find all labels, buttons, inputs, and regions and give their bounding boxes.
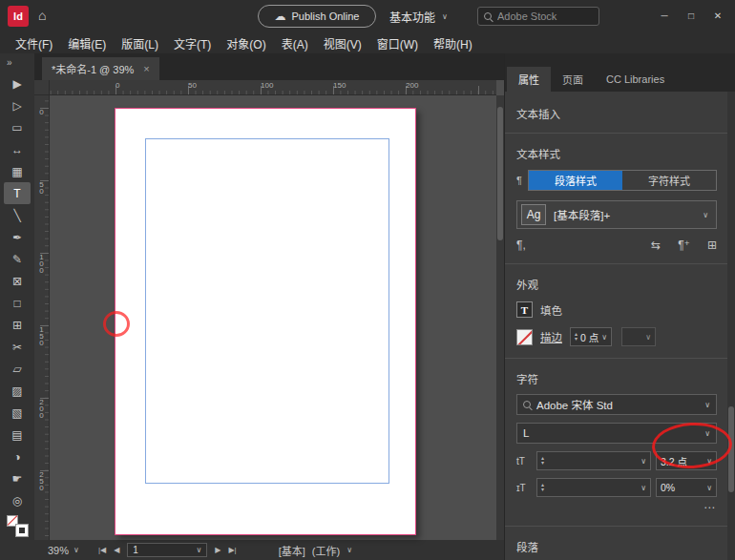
canvas[interactable]: 0 50 100 150 200 0 50 100 150 200 250 [34, 80, 504, 540]
rectangle-tool[interactable]: □ [4, 292, 31, 314]
last-page-button[interactable]: ▶| [228, 546, 236, 554]
appearance-title: 外观 [516, 277, 717, 292]
toolbar-collapse-icon[interactable]: » [0, 53, 12, 73]
hand-tool[interactable]: ☛ [4, 467, 31, 489]
tab-pages[interactable]: 页面 [551, 67, 595, 92]
direct-selection-tool[interactable]: ▷ [4, 94, 31, 116]
style-options-icon[interactable]: ⊞ [707, 239, 717, 252]
selection-tool[interactable]: ▶ [4, 73, 31, 94]
menu-window[interactable]: 窗口(W) [369, 35, 426, 52]
stroke-type-dropdown[interactable]: ∨ [621, 327, 656, 346]
document-tab-title: *未命名-1 @ 39% [52, 61, 134, 76]
menu-edit[interactable]: 编辑(E) [60, 35, 114, 52]
leading-dropdown[interactable]: 3.2 点 ∨ [656, 451, 717, 470]
gradient-swatch-tool[interactable]: ▨ [4, 380, 31, 402]
tab-character-styles[interactable]: 字符样式 [622, 171, 716, 190]
menu-view[interactable]: 视图(V) [316, 35, 369, 52]
rectangle-frame-tool[interactable]: ⊠ [4, 270, 31, 292]
preflight-status[interactable]: [基本] (工作) ∨ [279, 543, 352, 558]
menu-type[interactable]: 文字(T) [166, 35, 219, 52]
ruler-mark: 50 [188, 81, 197, 90]
ruler-mark: 0 [116, 81, 119, 90]
first-page-button[interactable]: |◀ [98, 546, 106, 554]
pen-tool[interactable]: ✒ [4, 226, 31, 248]
scrollbar-thumb[interactable] [728, 406, 734, 492]
publish-online-button[interactable]: ☁ Publish Online [258, 5, 376, 28]
stroke-weight-stepper[interactable]: ▴ ▾ 0 点 ∨ [570, 327, 612, 346]
stepper-arrows[interactable]: ▴ ▾ [541, 483, 544, 492]
search-icon [484, 12, 492, 20]
chevron-down-icon: ∨ [706, 457, 712, 466]
menu-object[interactable]: 对象(O) [219, 35, 273, 52]
zoom-tool[interactable]: ◎ [4, 489, 31, 511]
document-tab[interactable]: *未命名-1 @ 39% × [42, 57, 159, 80]
note-tool[interactable]: ▤ [4, 424, 31, 446]
leading-value: 3.2 点 [661, 454, 704, 468]
stepper-arrows[interactable]: ▴ ▾ [575, 332, 578, 342]
gap-tool[interactable]: ↔ [4, 138, 31, 160]
paragraph-formatting-icon[interactable]: ¶, [516, 239, 526, 252]
menu-file[interactable]: 文件(F) [8, 35, 60, 52]
canvas-vertical-scrollbar[interactable] [496, 95, 504, 540]
menu-table[interactable]: 表(A) [274, 35, 316, 52]
free-transform-tool[interactable]: ▱ [4, 358, 31, 380]
stroke-weight-value: 0 点 [580, 330, 598, 344]
home-icon[interactable]: ⌂ [38, 8, 46, 23]
previous-page-button[interactable]: ◀ [114, 546, 119, 554]
tab-paragraph-styles[interactable]: 段落样式 [529, 171, 622, 190]
line-tool[interactable]: ╲ [4, 204, 31, 226]
minimize-button[interactable]: ─ [651, 2, 678, 29]
font-family-dropdown[interactable]: Adobe 宋体 Std ∨ [516, 394, 717, 415]
stock-search-input[interactable] [497, 10, 585, 22]
chevron-down-icon: ∨ [703, 211, 708, 219]
paragraph-mark-icon: ¶ [516, 175, 522, 186]
close-button[interactable]: ✕ [704, 2, 731, 29]
maximize-button[interactable]: □ [678, 2, 704, 29]
vertical-ruler[interactable]: 0 50 100 150 200 250 [34, 95, 50, 540]
scale-tracking-row: ɪT ▴ ▾ ∨ 0% ∨ [516, 478, 717, 497]
chevron-down-icon: ∨ [74, 546, 79, 554]
grid-tool[interactable]: ⊞ [4, 314, 31, 336]
workspace-switcher[interactable]: 基本功能 ∨ [389, 0, 448, 32]
new-style-icon[interactable]: ¶⁺ [678, 239, 690, 252]
paragraph-title: 段落 [516, 539, 717, 554]
scrollbar-thumb[interactable] [497, 107, 503, 240]
tab-cc-libraries[interactable]: CC Libraries [595, 67, 676, 92]
horizontal-ruler[interactable]: 0 50 100 150 200 [50, 80, 496, 95]
stroke-swatch[interactable] [16, 525, 28, 536]
type-tool[interactable]: T [4, 182, 31, 204]
gradient-feather-tool[interactable]: ▧ [4, 402, 31, 424]
document-page[interactable] [115, 108, 416, 535]
adobe-stock-search[interactable] [477, 7, 599, 26]
text-style-title: 文本样式 [516, 146, 717, 161]
menu-layout[interactable]: 版面(L) [114, 35, 166, 52]
stepper-arrows[interactable]: ▴ ▾ [541, 456, 544, 466]
tab-properties[interactable]: 属性 [507, 67, 551, 92]
more-options-icon[interactable]: ⋯ [704, 501, 717, 514]
color-theme-tool[interactable]: ◑ [4, 446, 31, 467]
scissors-tool[interactable]: ✂ [4, 336, 31, 358]
ruler-origin[interactable] [34, 80, 50, 95]
font-size-dropdown[interactable]: ▴ ▾ ∨ [536, 451, 651, 470]
ruler-mark: 100 [261, 81, 273, 90]
stroke-label[interactable]: 描边 [540, 329, 562, 344]
panel-scrollbar[interactable] [727, 92, 735, 560]
ruler-mark: 200 [406, 81, 418, 90]
next-page-button[interactable]: ▶ [215, 546, 220, 554]
page-tool[interactable]: ▭ [4, 116, 31, 138]
pencil-tool[interactable]: ✎ [4, 248, 31, 270]
font-family-value: Adobe 宋体 Std [536, 397, 699, 412]
content-collector-tool[interactable]: ▦ [4, 160, 31, 182]
paragraph-style-dropdown[interactable]: Ag [基本段落]+ ∨ [516, 200, 717, 229]
vertical-scale-dropdown[interactable]: ▴ ▾ ∨ [536, 478, 651, 497]
zoom-level-dropdown[interactable]: 39% ∨ [48, 545, 79, 556]
chevron-down-icon: ∨ [706, 484, 712, 492]
stroke-color-icon[interactable] [516, 329, 533, 345]
font-style-dropdown[interactable]: L ∨ [516, 423, 717, 444]
fill-color-icon[interactable]: T [516, 301, 533, 318]
tracking-dropdown[interactable]: 0% ∨ [656, 478, 717, 497]
tab-close-icon[interactable]: × [143, 63, 149, 74]
page-number-dropdown[interactable]: 1 ∨ [127, 543, 207, 557]
swap-style-icon[interactable]: ⇆ [651, 239, 661, 252]
menu-help[interactable]: 帮助(H) [426, 35, 480, 52]
